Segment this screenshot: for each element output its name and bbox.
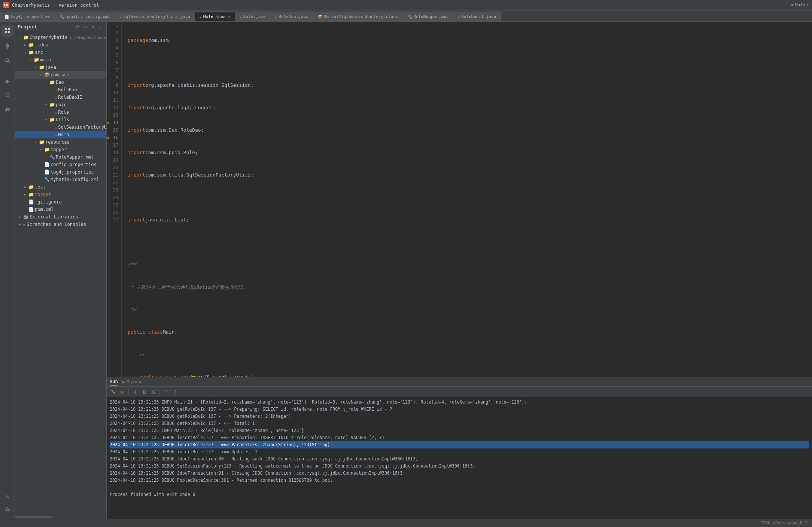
- clear-btn[interactable]: 🗑: [141, 389, 148, 395]
- code-editor[interactable]: 12345 678910 111213 ▶ 14 15 ▶ 16 1718192…: [107, 22, 812, 377]
- log-line-10: 2024-04-10 23:21:25 DEBUG SqlSessionFact…: [110, 463, 809, 470]
- tree-test[interactable]: ▶ 📁 test: [15, 183, 106, 191]
- tree-scratches[interactable]: ▶ ✏ Scratches and Consoles: [15, 221, 106, 228]
- tab-sqlfactory[interactable]: ☕ SqlSessionFactoryUtils.java: [115, 12, 195, 21]
- tab-roledao[interactable]: ☕ RoleDao.java: [270, 12, 313, 21]
- rolemapper-file-label: RoleMapper.xml: [56, 154, 94, 160]
- tab-main-close[interactable]: ✕: [228, 15, 230, 19]
- panel-title: Project: [18, 24, 73, 30]
- mapper-arrow: ▾: [38, 147, 43, 152]
- log-line-exit: Process finished with exit code 0: [110, 491, 809, 498]
- gitignore-label: .gitignore: [35, 199, 62, 205]
- settings-icon-btn[interactable]: [1, 504, 13, 516]
- more-btn[interactable]: ⋮: [172, 389, 179, 395]
- layout-name: Main: [795, 3, 805, 7]
- tab-mybatis-config[interactable]: 🔧 mybatis-config.xml: [55, 12, 115, 21]
- scratches-icon: ✏: [23, 222, 26, 227]
- tab-roledaoii[interactable]: ☕ RoleDaoII.java: [453, 12, 501, 21]
- java-icon: 📁: [39, 65, 45, 70]
- main-file-icon: ☕: [55, 132, 57, 137]
- print-btn[interactable]: 🖨: [150, 389, 156, 395]
- tree-config-file[interactable]: ▶ 📄 config.properties: [15, 161, 106, 168]
- tree-main-file[interactable]: ▶ ☕ Main: [15, 131, 106, 138]
- tree-idea[interactable]: ▶ 📁 .idea: [15, 41, 106, 49]
- code-content[interactable]: package com.ssm; import org.apache.ibati…: [122, 22, 812, 377]
- commit-icon-btn[interactable]: [1, 40, 13, 52]
- tab-role-label: Role.java: [243, 14, 266, 19]
- idea-label: .idea: [35, 42, 48, 48]
- tab-log4j-label: log4j.properties: [10, 14, 50, 19]
- tree-mapper[interactable]: ▾ 📁 mapper: [15, 146, 106, 153]
- sqlfactory-icon: ☕: [119, 15, 122, 19]
- panel-tool-more[interactable]: …: [97, 24, 103, 30]
- restart-btn[interactable]: [110, 389, 116, 395]
- tab-sqlfactory-label: SqlSessionFactoryUtils.java: [123, 14, 190, 19]
- log-line-1: 2024-04-10 23:21:25 INFO Main:21 - [Role…: [110, 399, 809, 406]
- sep1: ›: [53, 3, 55, 8]
- bottom-tab-run[interactable]: Run: [110, 378, 118, 386]
- main-tab-close[interactable]: ✕: [139, 380, 141, 384]
- project-icon-btn[interactable]: [1, 25, 13, 37]
- scroll-to-end-btn[interactable]: ⤓: [132, 389, 139, 395]
- bottom-tab-main[interactable]: ▶ Main ✕: [122, 379, 141, 385]
- tree-pomxml[interactable]: ▶ 📄 pom.xml: [15, 206, 106, 213]
- svg-point-4: [6, 45, 9, 47]
- project-panel: Project ⟳ ⊟ ⚙ … ▾ 📁 ChapterMybatis E:\Pr…: [15, 22, 107, 519]
- dao-arrow: ▾: [43, 80, 49, 85]
- tree-resources[interactable]: ▾ 📁 resources: [15, 138, 106, 146]
- tree-src[interactable]: ▾ 📁 src: [15, 49, 106, 56]
- git-icon-btn[interactable]: [1, 104, 13, 116]
- tab-log4j[interactable]: 📄 log4j.properties: [0, 12, 55, 21]
- svg-point-7: [6, 59, 9, 62]
- debug-icon-btn[interactable]: [1, 89, 13, 101]
- svg-rect-0: [5, 28, 7, 30]
- tab-rolemapper[interactable]: 🔧 RoleMapper.xml: [403, 12, 453, 21]
- terminal-icon-btn[interactable]: [1, 490, 13, 502]
- layout-selector[interactable]: ⊞ Main ▾: [791, 3, 809, 7]
- run-icon-btn[interactable]: [1, 76, 13, 88]
- tree-pojo[interactable]: ▾ 📁 pojo: [15, 101, 106, 108]
- tree-scrollbar[interactable]: [15, 516, 106, 519]
- pojo-icon: 📁: [49, 102, 55, 107]
- tree-target[interactable]: ▶ 📁 target: [15, 191, 106, 198]
- tree-root[interactable]: ▾ 📁 ChapterMybatis E:\Programs\Java\Chap…: [15, 34, 106, 41]
- tab-role[interactable]: ☕ Role.java: [235, 12, 271, 21]
- tree-gitignore[interactable]: ▶ 📄 .gitignore: [15, 198, 106, 206]
- vcs-menu[interactable]: Version control: [58, 3, 99, 8]
- tree-dao-folder[interactable]: ▾ 📁 Dao: [15, 79, 106, 86]
- log-line-12: 2024-04-10 23:21:25 DEBUG PooledDataSour…: [110, 477, 809, 484]
- tree-sqlfactory-file[interactable]: ▶ ☕ SqlSessionFactoryUtils: [15, 123, 106, 131]
- log-line-4: 2024-04-10 23:21:25 DEBUG getRoleById:13…: [110, 420, 809, 427]
- panel-tool-sync[interactable]: ⟳: [75, 24, 81, 30]
- dao-icon: 📁: [49, 80, 55, 85]
- root-icon: 📁: [23, 35, 29, 40]
- tree-role-file[interactable]: ▶ ☕ Role: [15, 108, 106, 116]
- stop-btn[interactable]: ■: [119, 389, 125, 395]
- toolbar-sep1: [128, 389, 129, 395]
- tree-mybatisconfig-file[interactable]: ▶ 🔧 mybatis-config.xml: [15, 176, 106, 183]
- tree-log4j-file[interactable]: ▶ 📄 log4j.properties: [15, 168, 106, 176]
- tree-comssm[interactable]: ▾ 📦 com.ssm: [15, 71, 106, 79]
- tree-java[interactable]: ▾ 📁 java: [15, 64, 106, 71]
- tab-defaultsql[interactable]: 📦 DefaultSqlSessionFactory.class: [313, 12, 403, 21]
- tree-rolemapper-file[interactable]: ▶ 🔧 RoleMapper.xml: [15, 153, 106, 161]
- console-output[interactable]: 2024-04-10 23:21:25 INFO Main:21 - [Role…: [107, 397, 812, 519]
- filter-btn[interactable]: ⊟: [163, 389, 170, 395]
- tree-main-folder[interactable]: ▾ 📁 main: [15, 56, 106, 64]
- bottom-toolbar: ■ ⤓ 🗑 🖨 ⊟ ⋮: [107, 387, 812, 397]
- tree-utils[interactable]: ▾ 📁 Utils: [15, 116, 106, 123]
- mapper-label: mapper: [51, 147, 67, 152]
- comssm-icon: 📦: [44, 72, 50, 77]
- tree-extlibs[interactable]: ▶ 📚 External Libraries: [15, 213, 106, 221]
- panel-tool-collapse[interactable]: ⊟: [82, 24, 88, 30]
- tab-main[interactable]: ☕ Main.java ✕: [195, 12, 235, 21]
- mapper-icon: 📁: [44, 147, 50, 152]
- search-icon-btn[interactable]: [1, 55, 13, 67]
- tree-roledao-file[interactable]: ▶ ☕ RoleDao: [15, 86, 106, 94]
- panel-tool-settings[interactable]: ⚙: [90, 24, 96, 30]
- tree-roledaoii-file[interactable]: ▶ ☕ RoleDaoII: [15, 94, 106, 101]
- log-line-9: 2024-04-10 23:21:25 DEBUG JdbcTransactio…: [110, 456, 809, 463]
- project-name: ChapterMybatis: [12, 3, 50, 8]
- roledao-icon: ☕: [275, 15, 277, 19]
- log-line-6: 2024-04-10 23:21:25 DEBUG insertRole:137…: [110, 434, 809, 441]
